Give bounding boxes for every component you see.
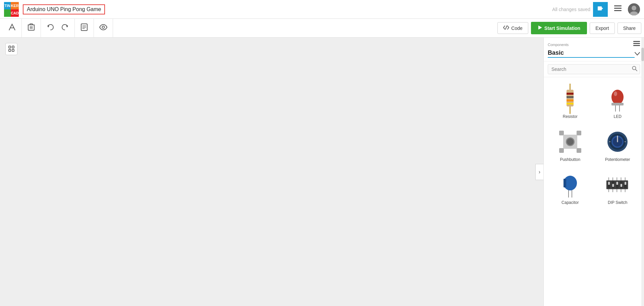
svg-point-31 [611, 90, 624, 104]
share-button[interactable]: Share [618, 23, 641, 34]
svg-point-12 [102, 26, 105, 29]
svg-rect-3 [614, 8, 622, 9]
undo-icon [47, 24, 54, 32]
svg-rect-51 [564, 179, 566, 187]
component-pushbutton[interactable]: Pushbutton [546, 123, 594, 166]
pushbutton-label: Pushbutton [560, 157, 580, 162]
export-label: Export [595, 26, 609, 31]
list-view-icon [633, 41, 640, 48]
capacitor-image [558, 171, 582, 198]
view-button[interactable] [97, 21, 110, 35]
svg-rect-25 [567, 93, 574, 95]
collapse-panel-button[interactable]: › [535, 164, 543, 180]
delete-button[interactable] [24, 21, 38, 35]
component-potentiometer[interactable]: Potentiometer [594, 123, 642, 166]
logo-ker: KER [11, 2, 19, 9]
toolbar-right: Code Start Simulation Export Share [497, 22, 641, 34]
plane-icon [8, 24, 16, 33]
fit-to-screen-button[interactable] [5, 43, 17, 55]
play-icon [538, 25, 542, 31]
svg-rect-14 [9, 46, 11, 48]
svg-rect-32 [611, 103, 624, 105]
undo-button[interactable] [44, 21, 57, 35]
delete-icon [28, 24, 35, 33]
svg-rect-70 [621, 184, 622, 187]
code-button[interactable]: Code [497, 22, 528, 34]
redo-icon [61, 24, 69, 32]
resistor-label: Resistor [563, 114, 578, 119]
top-bar-right: All changes saved [552, 2, 640, 17]
component-led[interactable]: LED [594, 80, 642, 123]
svg-rect-64 [608, 182, 610, 185]
svg-rect-35 [577, 131, 581, 135]
svg-rect-26 [567, 96, 574, 98]
share-label: Share [623, 26, 636, 31]
toolbar: Code Start Simulation Export Share [0, 19, 644, 38]
svg-point-6 [632, 6, 636, 10]
capacitor-label: Capacitor [561, 200, 579, 205]
search-icon [632, 67, 637, 72]
logo-cad: CAD [11, 9, 19, 17]
all-changes-saved: All changes saved [552, 7, 590, 12]
led-image [606, 85, 629, 112]
svg-marker-9 [47, 26, 49, 28]
svg-marker-1 [602, 7, 603, 9]
toolbar-plane-group [3, 19, 22, 38]
panel-list-view-button[interactable] [633, 41, 640, 48]
project-title: Arduino UNO Ping Pong Game [27, 6, 101, 12]
redo-button[interactable] [58, 21, 72, 35]
svg-marker-10 [66, 26, 68, 28]
components-grid: Resistor LED [544, 77, 644, 306]
main: › Components Basic [0, 38, 644, 306]
panel-scrollbar[interactable] [641, 38, 644, 306]
svg-rect-4 [614, 10, 622, 11]
panel-header: Components [544, 38, 644, 49]
svg-rect-17 [12, 49, 14, 51]
search-input[interactable] [548, 64, 640, 74]
category-selector[interactable]: Basic [544, 49, 644, 61]
start-simulation-button[interactable]: Start Simulation [531, 22, 587, 34]
search-container [544, 61, 644, 77]
svg-rect-0 [598, 6, 602, 10]
notes-button[interactable] [77, 21, 91, 35]
avatar[interactable] [628, 3, 640, 15]
pushbutton-image [558, 128, 582, 155]
svg-marker-13 [538, 26, 542, 30]
view-icon [99, 24, 107, 32]
toolbar-delete-group [22, 19, 41, 38]
canvas-area[interactable]: › [0, 38, 543, 306]
component-dip[interactable]: DIP Switch [594, 166, 642, 209]
toolbar-notes-group [75, 19, 94, 38]
dropdown-arrow-icon[interactable] [635, 51, 640, 57]
top-bar: TIN KER CAD Arduino UNO Ping Pong Game A… [0, 0, 644, 19]
plane-button[interactable] [5, 21, 19, 35]
svg-rect-34 [559, 131, 564, 135]
video-icon [597, 5, 604, 13]
list-icon-button[interactable] [610, 2, 625, 17]
code-icon [503, 25, 509, 31]
search-wrapper [548, 64, 640, 74]
potentiometer-label: Potentiometer [605, 157, 630, 162]
potentiometer-image [606, 128, 629, 155]
logo-empty [4, 9, 11, 17]
logo-tin: TIN [4, 2, 11, 9]
export-button[interactable]: Export [590, 23, 614, 34]
svg-point-40 [567, 138, 574, 145]
video-icon-button[interactable] [593, 2, 608, 17]
svg-rect-19 [633, 43, 640, 44]
fit-icon [8, 46, 14, 53]
svg-rect-18 [633, 41, 640, 42]
chevron-right-icon: › [539, 169, 540, 175]
svg-point-33 [614, 91, 617, 96]
component-resistor[interactable]: Resistor [546, 80, 594, 123]
logo[interactable]: TIN KER CAD [4, 2, 19, 17]
category-label[interactable]: Basic [548, 49, 635, 58]
project-title-container[interactable]: Arduino UNO Ping Pong Game [23, 4, 105, 14]
svg-rect-72 [625, 182, 626, 185]
scrollbar-thumb[interactable] [641, 48, 644, 61]
svg-rect-66 [612, 184, 614, 187]
search-icon-button[interactable] [632, 66, 637, 73]
svg-rect-16 [9, 49, 11, 51]
toolbar-view-group [94, 19, 113, 38]
component-capacitor[interactable]: Capacitor [546, 166, 594, 209]
